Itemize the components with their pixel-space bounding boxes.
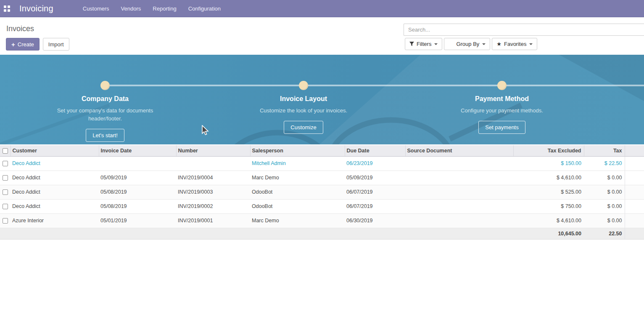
group-by-label: Group By xyxy=(456,41,479,47)
cell-number: INV/2019/0003 xyxy=(176,185,250,199)
onboarding-step-payment-method: Payment Method Configure your payment me… xyxy=(418,80,586,134)
cell-salesperson: OdooBot xyxy=(250,199,345,213)
chevron-down-icon xyxy=(529,43,533,45)
row-checkbox[interactable] xyxy=(3,161,8,166)
row-checkbox[interactable] xyxy=(3,189,8,195)
cell-salesperson: Mitchell Admin xyxy=(250,156,345,170)
header-invoice-date[interactable]: Invoice Date xyxy=(99,145,176,156)
filters-label: Filters xyxy=(417,41,431,47)
cell-source-document xyxy=(405,199,513,213)
step-title: Payment Method xyxy=(418,95,586,103)
menu-vendors[interactable]: Vendors xyxy=(115,0,147,17)
top-navbar: Invoicing Customers Vendors Reporting Co… xyxy=(0,0,644,17)
cell-due-date: 06/30/2019 xyxy=(345,213,405,228)
step-title: Invoice Layout xyxy=(219,95,388,103)
cell-invoice-date: 05/09/2019 xyxy=(99,170,176,185)
page-title: Invoices xyxy=(6,24,34,33)
cell-tax-excluded: $ 4,610.00 xyxy=(513,213,584,228)
table-row[interactable]: Azure Interior 05/01/2019 INV/2019/0001 … xyxy=(0,213,644,228)
step-description: Configure your payment methods. xyxy=(447,107,557,115)
top-menu: Customers Vendors Reporting Configuratio… xyxy=(77,0,227,17)
header-tax[interactable]: Tax xyxy=(584,145,625,156)
cell-tax-excluded: $ 525.00 xyxy=(513,185,584,199)
cell-tax-excluded: $ 150.00 xyxy=(513,156,584,170)
onboarding-banner: Company Data Set your company's data for… xyxy=(0,55,644,144)
cell-number: INV/2019/0001 xyxy=(176,213,250,228)
step-description: Set your company's data for documents he… xyxy=(50,107,160,123)
invoice-list: Customer Invoice Date Number Salesperson… xyxy=(0,145,644,240)
cell-customer: Deco Addict xyxy=(11,185,99,199)
cell-tax-excluded: $ 750.00 xyxy=(513,199,584,213)
cell-tax-excluded: $ 4,610.00 xyxy=(513,170,584,185)
chevron-down-icon xyxy=(434,43,438,45)
control-panel: Invoices + Create Import Filters Group B… xyxy=(0,17,644,55)
cell-source-document xyxy=(405,185,513,199)
select-all-checkbox[interactable] xyxy=(3,148,8,154)
cell-source-document xyxy=(405,170,513,185)
cell-number: INV/2019/0004 xyxy=(176,170,250,185)
table-header-row: Customer Invoice Date Number Salesperson… xyxy=(0,145,644,156)
cell-tax: $ 0.00 xyxy=(584,185,625,199)
header-source-document[interactable]: Source Document xyxy=(405,145,513,156)
menu-customers[interactable]: Customers xyxy=(77,0,115,17)
cell-customer: Azure Interior xyxy=(11,213,99,228)
step-title: Company Data xyxy=(21,95,189,103)
cell-due-date: 06/23/2019 xyxy=(345,156,405,170)
cell-tax: $ 0.00 xyxy=(584,213,625,228)
cell-salesperson: Marc Demo xyxy=(250,213,345,228)
import-button[interactable]: Import xyxy=(43,38,69,51)
row-checkbox[interactable] xyxy=(3,218,8,224)
menu-configuration[interactable]: Configuration xyxy=(182,0,227,17)
menu-reporting[interactable]: Reporting xyxy=(147,0,182,17)
header-customer[interactable]: Customer xyxy=(11,145,99,156)
cell-number: INV/2019/0002 xyxy=(176,199,250,213)
filter-funnel-icon xyxy=(409,42,414,46)
import-button-label: Import xyxy=(48,41,64,48)
apps-grid-icon[interactable] xyxy=(4,5,10,12)
plus-icon: + xyxy=(11,41,15,48)
table-footer-row: 10,645.00 22.50 xyxy=(0,228,644,239)
table-row[interactable]: Deco Addict 05/08/2019 INV/2019/0003 Odo… xyxy=(0,185,644,199)
favorites-label: Favorites xyxy=(504,41,526,47)
step-description: Customize the look of your invoices. xyxy=(249,107,358,115)
header-salesperson[interactable]: Salesperson xyxy=(250,145,345,156)
header-filler xyxy=(625,145,644,156)
group-by-button[interactable]: Group By xyxy=(444,38,490,50)
cell-salesperson: Marc Demo xyxy=(250,170,345,185)
favorites-button[interactable]: ★ Favorites xyxy=(492,38,537,50)
cell-customer: Deco Addict xyxy=(11,199,99,213)
table-row[interactable]: Deco Addict 05/08/2019 INV/2019/0002 Odo… xyxy=(0,199,644,213)
cell-due-date: 06/07/2019 xyxy=(345,185,405,199)
set-payments-button[interactable]: Set payments xyxy=(478,121,525,134)
cell-number xyxy=(176,156,250,170)
cell-customer: Deco Addict xyxy=(11,156,99,170)
table-row[interactable]: Deco Addict 05/09/2019 INV/2019/0004 Mar… xyxy=(0,170,644,185)
cell-tax: $ 0.00 xyxy=(584,199,625,213)
create-button-label: Create xyxy=(18,41,34,48)
cell-due-date: 06/07/2019 xyxy=(345,199,405,213)
footer-tax-excluded-total: 10,645.00 xyxy=(513,228,584,239)
table-row[interactable]: Deco Addict Mitchell Admin 06/23/2019 $ … xyxy=(0,156,644,170)
cell-customer: Deco Addict xyxy=(11,170,99,185)
footer-tax-total: 22.50 xyxy=(584,228,625,239)
create-button[interactable]: + Create xyxy=(6,38,40,51)
header-due-date[interactable]: Due Date xyxy=(345,145,405,156)
header-tax-excluded[interactable]: Tax Excluded xyxy=(513,145,584,156)
app-title[interactable]: Invoicing xyxy=(19,4,53,13)
cell-tax: $ 0.00 xyxy=(584,170,625,185)
header-number[interactable]: Number xyxy=(176,145,250,156)
chevron-down-icon xyxy=(482,43,486,45)
star-icon: ★ xyxy=(496,41,501,47)
lets-start-button[interactable]: Let's start! xyxy=(86,129,124,142)
onboarding-step-invoice-layout: Invoice Layout Customize the look of you… xyxy=(219,80,388,134)
filters-button[interactable]: Filters xyxy=(405,38,442,50)
row-checkbox[interactable] xyxy=(3,204,8,209)
cell-invoice-date xyxy=(99,156,176,170)
select-all-checkbox-cell xyxy=(0,145,11,156)
search-input[interactable] xyxy=(404,24,644,36)
cell-invoice-date: 05/08/2019 xyxy=(99,199,176,213)
customize-button[interactable]: Customize xyxy=(284,121,323,134)
onboarding-step-company-data: Company Data Set your company's data for… xyxy=(21,80,189,142)
cell-due-date: 05/09/2019 xyxy=(345,170,405,185)
row-checkbox[interactable] xyxy=(3,175,8,181)
